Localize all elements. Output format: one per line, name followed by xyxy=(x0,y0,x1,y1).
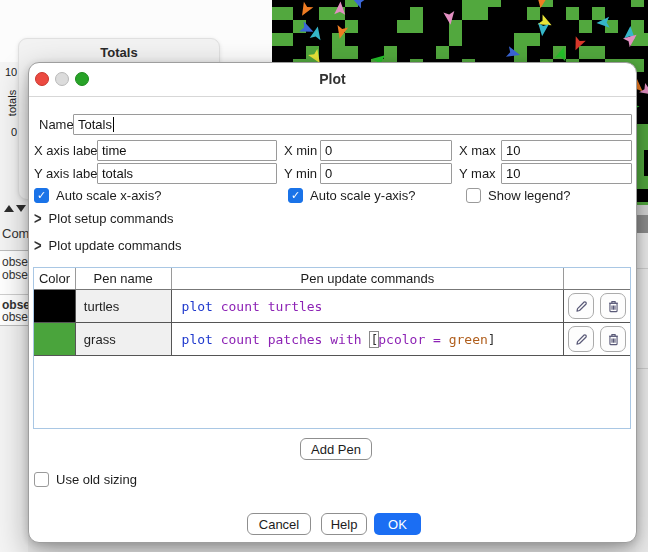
autoscale-y-label: Auto scale y-axis? xyxy=(310,188,416,204)
pen-color-swatch[interactable] xyxy=(34,323,76,355)
y-axis-label: totals xyxy=(6,79,20,127)
pen-update-commands-cell[interactable]: plot count patches with [pcolor = green] xyxy=(172,323,565,355)
y-max-input[interactable]: 10 xyxy=(501,163,632,184)
x-max-value: 10 xyxy=(506,143,520,158)
command-center-title: Com xyxy=(2,226,28,241)
y-axis-label-input[interactable]: totals xyxy=(97,163,277,184)
col-header-actions xyxy=(564,268,630,289)
window-edge-strip xyxy=(636,233,648,552)
x-max-input[interactable]: 10 xyxy=(501,140,632,161)
check-icon: ✓ xyxy=(37,190,46,201)
show-legend-checkbox[interactable]: ✓ xyxy=(466,188,481,203)
plot-setup-commands-label: Plot setup commands xyxy=(49,211,174,226)
output-line: obse xyxy=(2,268,28,282)
pen-color-swatch[interactable] xyxy=(34,290,76,322)
collapse-down-icon xyxy=(16,205,26,212)
col-header-pen-name: Pen name xyxy=(76,268,172,289)
trash-icon xyxy=(606,332,621,347)
code-token: plot xyxy=(182,299,213,314)
ok-button[interactable]: OK xyxy=(374,513,421,535)
delete-pen-button[interactable] xyxy=(600,326,626,352)
x-min-value: 0 xyxy=(325,143,332,158)
autoscale-y-checkbox[interactable]: ✓ xyxy=(288,188,303,203)
delete-pen-button[interactable] xyxy=(600,293,626,319)
x-min-label: X min xyxy=(284,140,317,161)
x-axis-label-label: X axis label xyxy=(34,140,100,161)
y-min-value: 0 xyxy=(325,166,332,181)
screen: Totals 10 totals 0 Com obse obse obse ob… xyxy=(0,0,648,552)
pen-name-cell[interactable]: grass xyxy=(76,323,172,355)
y-min-label: Y min xyxy=(284,163,317,184)
window-edge-strip xyxy=(636,205,648,215)
pen-table: Color Pen name Pen update commands turtl… xyxy=(33,267,631,429)
window-edge-strip xyxy=(636,215,648,233)
y-axis-label-label: Y axis label xyxy=(34,163,100,184)
help-button[interactable]: Help xyxy=(321,513,367,535)
add-pen-button[interactable]: Add Pen xyxy=(300,438,372,460)
y-max-value: 10 xyxy=(506,166,520,181)
check-icon: ✓ xyxy=(291,190,300,201)
pen-table-header: Color Pen name Pen update commands xyxy=(34,268,630,290)
dialog-title: Plot xyxy=(29,63,636,96)
trash-icon xyxy=(606,299,621,314)
collapse-up-icon xyxy=(4,205,14,212)
use-old-sizing-label: Use old sizing xyxy=(56,472,137,488)
y-min-input[interactable]: 0 xyxy=(320,163,452,184)
col-header-pen-update-commands: Pen update commands xyxy=(172,268,565,289)
cancel-button[interactable]: Cancel xyxy=(247,513,311,535)
x-max-label: X max xyxy=(459,140,496,161)
pen-table-row: grassplot count patches with [pcolor = g… xyxy=(34,323,630,356)
pen-actions-cell xyxy=(564,290,630,322)
x-axis-label-value: time xyxy=(102,143,127,158)
y-axis-label-value: totals xyxy=(102,166,133,181)
plot-widget-title: Totals xyxy=(19,45,219,60)
name-label: Name xyxy=(39,114,74,135)
x-axis-label-input[interactable]: time xyxy=(97,140,277,161)
name-input[interactable]: Totals xyxy=(73,114,632,135)
pencil-icon xyxy=(574,332,589,347)
command-center-output: obse obse obse obse xyxy=(0,250,28,326)
name-value: Totals xyxy=(78,117,112,132)
pen-rows: turtlesplot count turtlesgrassplot count… xyxy=(34,290,630,356)
pen-name-cell[interactable]: turtles xyxy=(76,290,172,322)
plot-update-commands-label: Plot update commands xyxy=(49,238,182,253)
code-token: count turtles xyxy=(213,299,323,314)
autoscale-x-label: Auto scale x-axis? xyxy=(56,188,162,204)
text-caret xyxy=(113,117,114,132)
chevron-right-icon: > xyxy=(34,209,42,228)
code-token: pcolor = xyxy=(378,332,448,347)
x-min-input[interactable]: 0 xyxy=(320,140,452,161)
y-max-tick: 10 xyxy=(5,66,17,78)
col-header-color: Color xyxy=(34,268,76,289)
plot-update-commands-disclosure[interactable]: > Plot update commands xyxy=(34,237,182,253)
dialog-titlebar: Plot xyxy=(29,63,636,97)
edit-pen-button[interactable] xyxy=(568,326,594,352)
edit-pen-button[interactable] xyxy=(568,293,594,319)
chevron-right-icon: > xyxy=(34,236,42,255)
code-token: plot xyxy=(182,332,213,347)
output-line: obse xyxy=(2,255,28,269)
use-old-sizing-checkbox[interactable]: ✓ xyxy=(34,472,49,487)
code-token: ] xyxy=(488,332,496,347)
plot-setup-commands-disclosure[interactable]: > Plot setup commands xyxy=(34,210,174,226)
pen-update-commands-cell[interactable]: plot count turtles xyxy=(172,290,565,322)
y-min-tick: 0 xyxy=(11,126,17,138)
code-token: count patches with xyxy=(213,332,370,347)
y-max-label: Y max xyxy=(459,163,496,184)
pen-table-row: turtlesplot count turtles xyxy=(34,290,630,323)
code-token: green xyxy=(449,332,488,347)
plot-dialog: Plot Name Totals X axis label time X min… xyxy=(28,62,637,543)
show-legend-label: Show legend? xyxy=(488,188,570,204)
pen-actions-cell xyxy=(564,323,630,355)
divider xyxy=(0,294,28,295)
autoscale-x-checkbox[interactable]: ✓ xyxy=(34,188,49,203)
command-input: obse xyxy=(2,310,28,324)
pencil-icon xyxy=(574,299,589,314)
